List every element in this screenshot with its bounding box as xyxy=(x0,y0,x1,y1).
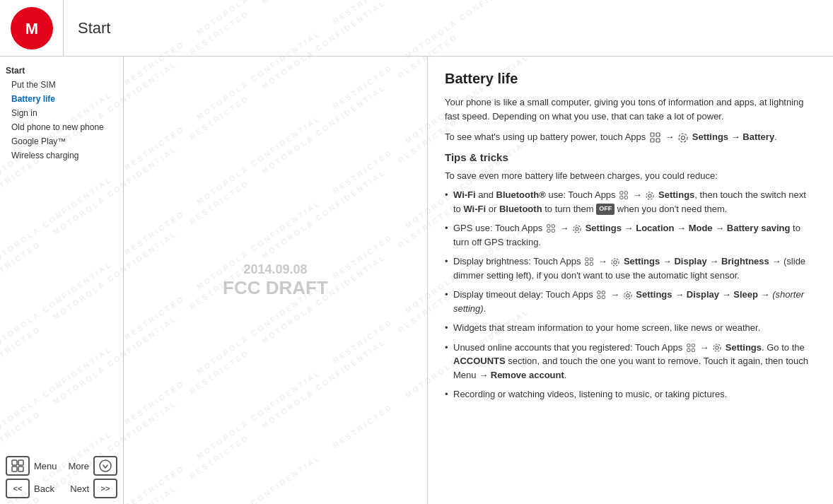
svg-rect-5 xyxy=(18,467,23,471)
settings-icon-tip4 xyxy=(624,291,632,300)
svg-rect-3 xyxy=(18,460,23,465)
back-icon: << xyxy=(6,479,30,498)
svg-point-35 xyxy=(626,293,629,296)
off-badge: OFF xyxy=(596,204,614,215)
svg-rect-19 xyxy=(547,225,550,228)
draft-label: FCC DRAFT xyxy=(223,277,328,299)
svg-text:M: M xyxy=(25,20,37,37)
svg-rect-40 xyxy=(692,348,694,351)
svg-rect-31 xyxy=(598,291,600,294)
settings-icon-tip6 xyxy=(713,344,721,352)
svg-rect-21 xyxy=(547,229,550,232)
svg-rect-22 xyxy=(552,229,554,232)
sidebar: Start Put the SIM Battery life Sign in O… xyxy=(0,57,124,504)
page-title: Start xyxy=(64,19,110,37)
sidebar-item-battery-life[interactable]: Battery life xyxy=(0,92,123,106)
motorola-m-icon: M xyxy=(18,14,46,42)
tips-title: Tips & tricks xyxy=(445,151,816,163)
svg-rect-28 xyxy=(590,262,593,265)
header: M Start xyxy=(0,0,833,57)
sidebar-item-wireless-charging[interactable]: Wireless charging xyxy=(0,148,123,163)
sidebar-item-google-play[interactable]: Google Play™ xyxy=(0,134,123,148)
svg-point-30 xyxy=(612,258,619,265)
svg-rect-8 xyxy=(656,133,660,136)
settings-icon-tip2 xyxy=(573,225,581,233)
back-next-row: << Back Next >> xyxy=(6,479,117,498)
svg-point-12 xyxy=(679,134,687,142)
menu-icon xyxy=(6,456,30,476)
apps-icon-tip2 xyxy=(547,224,556,233)
tips-intro: To save even more battery life between c… xyxy=(445,169,816,183)
main-layout: Start Put the SIM Battery life Sign in O… xyxy=(0,57,833,504)
back-button[interactable]: << Back xyxy=(6,479,54,498)
svg-rect-7 xyxy=(651,133,654,136)
svg-point-11 xyxy=(682,136,685,139)
svg-point-23 xyxy=(576,227,578,230)
sidebar-item-sign-in[interactable]: Sign in xyxy=(0,106,123,120)
more-button[interactable]: More xyxy=(68,456,117,476)
svg-point-36 xyxy=(624,291,631,298)
settings-icon-tip1 xyxy=(646,192,654,200)
motorola-logo: M xyxy=(11,7,53,49)
more-icon xyxy=(93,456,117,476)
svg-rect-15 xyxy=(620,196,623,199)
svg-rect-25 xyxy=(586,258,588,261)
apps-icon-tip3 xyxy=(585,257,594,266)
sidebar-item-put-sim[interactable]: Put the SIM xyxy=(0,78,123,92)
svg-point-42 xyxy=(713,344,721,351)
settings-icon-inline xyxy=(678,133,688,143)
svg-rect-13 xyxy=(620,192,623,194)
svg-rect-16 xyxy=(625,196,628,199)
apps-icon-tip4 xyxy=(597,291,606,300)
settings-icon-tip3 xyxy=(611,258,619,266)
battery-intro1: Your phone is like a small computer, giv… xyxy=(445,95,816,123)
sidebar-bottom: Menu More << xyxy=(0,450,123,504)
svg-point-24 xyxy=(573,225,581,232)
logo-area: M xyxy=(0,0,64,56)
svg-rect-39 xyxy=(687,348,690,351)
tip-item-1: Wi-Fi and Bluetooth® use: Touch Apps → S… xyxy=(445,188,816,216)
tip-1-text: Wi-Fi and Bluetooth® use: Touch Apps → S… xyxy=(453,189,806,214)
next-button[interactable]: Next >> xyxy=(70,479,117,498)
sidebar-item-old-phone[interactable]: Old phone to new phone xyxy=(0,120,123,134)
svg-point-17 xyxy=(648,194,651,197)
grid-icon xyxy=(11,459,25,473)
svg-rect-14 xyxy=(625,192,628,194)
back-label: Back xyxy=(34,484,54,494)
svg-rect-37 xyxy=(687,344,690,346)
draft-stamp: 2014.09.08 FCC DRAFT xyxy=(223,262,328,299)
svg-rect-26 xyxy=(590,258,593,261)
next-icon: >> xyxy=(93,479,117,498)
menu-button[interactable]: Menu xyxy=(6,456,57,476)
svg-rect-33 xyxy=(598,295,600,298)
menu-more-row: Menu More xyxy=(6,456,117,476)
next-label: Next xyxy=(70,484,89,494)
menu-label: Menu xyxy=(34,461,57,471)
apps-icon-tip6 xyxy=(687,344,696,353)
tip-item-4: Display timeout delay: Touch Apps → Sett… xyxy=(445,288,816,315)
svg-rect-20 xyxy=(552,225,554,228)
tips-list: Wi-Fi and Bluetooth® use: Touch Apps → S… xyxy=(445,188,816,402)
draft-date: 2014.09.08 xyxy=(223,262,328,277)
apps-icon-inline xyxy=(650,132,661,143)
svg-rect-34 xyxy=(602,295,605,298)
circle-down-icon xyxy=(98,459,112,473)
battery-intro2: To see what's using up battery power, to… xyxy=(445,130,816,144)
tip-item-3: Display brightness: Touch Apps → Setting… xyxy=(445,254,816,282)
tip-item-2: GPS use: Touch Apps → Settings → Locatio… xyxy=(445,221,816,249)
tip-item-5: Widgets that stream information to your … xyxy=(445,321,816,335)
sidebar-item-start[interactable]: Start xyxy=(0,64,123,78)
tip-item-7: Recording or watching videos, listening … xyxy=(445,387,816,402)
svg-rect-2 xyxy=(12,460,17,465)
center-draft-area: 2014.09.08 FCC DRAFT xyxy=(124,57,428,504)
svg-rect-27 xyxy=(586,262,588,265)
tip-item-6: Unused online accounts that you register… xyxy=(445,341,816,382)
svg-rect-4 xyxy=(12,467,17,471)
svg-point-6 xyxy=(100,460,111,471)
sidebar-nav: Start Put the SIM Battery life Sign in O… xyxy=(0,57,123,170)
svg-rect-10 xyxy=(656,139,660,142)
svg-rect-32 xyxy=(602,291,605,294)
svg-rect-9 xyxy=(651,139,654,142)
svg-rect-38 xyxy=(692,344,694,346)
battery-section-title: Battery life xyxy=(445,71,816,87)
